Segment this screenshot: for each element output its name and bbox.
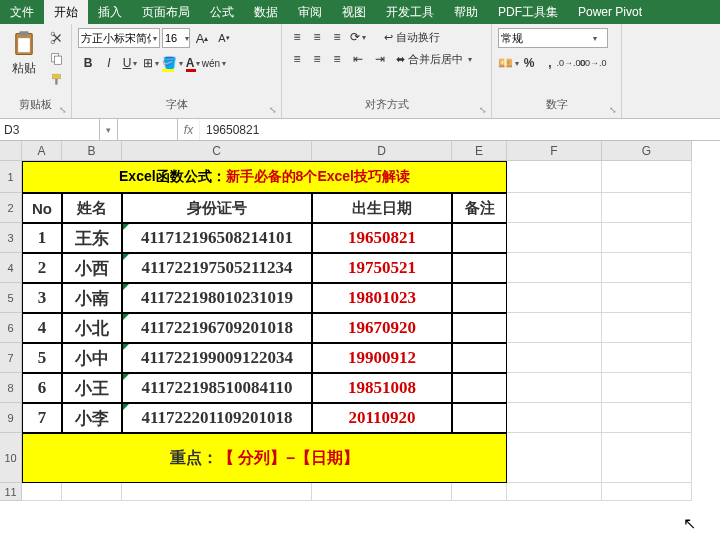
cell-no-2[interactable]: 3	[22, 283, 62, 313]
cell-F5[interactable]	[507, 283, 602, 313]
cell-G5[interactable]	[602, 283, 692, 313]
number-format-select[interactable]: ▾	[498, 28, 608, 48]
menu-tab-2[interactable]: 插入	[88, 0, 132, 24]
menu-tab-0[interactable]: 文件	[0, 0, 44, 24]
col-header-E[interactable]: E	[452, 141, 507, 161]
fx-icon[interactable]: fx	[178, 119, 200, 140]
row-header-9[interactable]: 9	[0, 403, 22, 433]
cell-G10[interactable]	[602, 433, 692, 483]
cell-id-4[interactable]: 411722199009122034	[122, 343, 312, 373]
cell-name-0[interactable]: 王东	[62, 223, 122, 253]
format-painter-button[interactable]	[46, 70, 68, 90]
header-dob[interactable]: 出生日期	[312, 193, 452, 223]
cell-G2[interactable]	[602, 193, 692, 223]
row-header-7[interactable]: 7	[0, 343, 22, 373]
align-center-button[interactable]: ≡	[308, 52, 326, 66]
decrease-indent-button[interactable]: ⇤	[348, 50, 368, 68]
cell-dob-5[interactable]: 19851008	[312, 373, 452, 403]
percent-button[interactable]: %	[519, 54, 539, 72]
cell-F6[interactable]	[507, 313, 602, 343]
cell-G3[interactable]	[602, 223, 692, 253]
cell-note-5[interactable]	[452, 373, 507, 403]
menu-tab-9[interactable]: 帮助	[444, 0, 488, 24]
fill-color-button[interactable]: 🪣▾	[162, 54, 182, 72]
clipboard-launcher[interactable]: ⤡	[57, 104, 69, 116]
font-color-button[interactable]: A▾	[183, 54, 203, 72]
cell-id-2[interactable]: 411722198010231019	[122, 283, 312, 313]
menu-tab-3[interactable]: 页面布局	[132, 0, 200, 24]
cell-dob-0[interactable]: 19650821	[312, 223, 452, 253]
menu-tab-11[interactable]: Power Pivot	[568, 0, 652, 24]
col-header-C[interactable]: C	[122, 141, 312, 161]
cell-no-4[interactable]: 5	[22, 343, 62, 373]
cell-dob-4[interactable]: 19900912	[312, 343, 452, 373]
cell-E11[interactable]	[452, 483, 507, 501]
font-launcher[interactable]: ⤡	[267, 104, 279, 116]
cell-F2[interactable]	[507, 193, 602, 223]
cell-no-0[interactable]: 1	[22, 223, 62, 253]
cell-name-5[interactable]: 小王	[62, 373, 122, 403]
decrease-decimal-button[interactable]: .00→.0	[582, 54, 602, 72]
row-header-1[interactable]: 1	[0, 161, 22, 193]
cell-F7[interactable]	[507, 343, 602, 373]
col-header-F[interactable]: F	[507, 141, 602, 161]
cell-F10[interactable]	[507, 433, 602, 483]
select-all-corner[interactable]	[0, 141, 22, 161]
cell-no-3[interactable]: 4	[22, 313, 62, 343]
header-id[interactable]: 身份证号	[122, 193, 312, 223]
cell-name-2[interactable]: 小南	[62, 283, 122, 313]
name-box[interactable]: D3	[0, 119, 100, 140]
cell-F9[interactable]	[507, 403, 602, 433]
increase-indent-button[interactable]: ⇥	[370, 50, 390, 68]
menu-tab-8[interactable]: 开发工具	[376, 0, 444, 24]
row-header-11[interactable]: 11	[0, 483, 22, 501]
row-header-4[interactable]: 4	[0, 253, 22, 283]
cell-note-3[interactable]	[452, 313, 507, 343]
font-size-input[interactable]	[165, 32, 183, 44]
phonetic-button[interactable]: wén▾	[204, 54, 224, 72]
wrap-text-button[interactable]: ↩自动换行	[380, 28, 444, 46]
col-header-B[interactable]: B	[62, 141, 122, 161]
font-name-input[interactable]	[81, 32, 151, 44]
row-header-6[interactable]: 6	[0, 313, 22, 343]
header-no[interactable]: No	[22, 193, 62, 223]
cell-F1[interactable]	[507, 161, 602, 193]
cell-G11[interactable]	[602, 483, 692, 501]
col-header-A[interactable]: A	[22, 141, 62, 161]
row-header-10[interactable]: 10	[0, 433, 22, 483]
cell-id-6[interactable]: 411722201109201018	[122, 403, 312, 433]
cell-F3[interactable]	[507, 223, 602, 253]
cell-dob-6[interactable]: 20110920	[312, 403, 452, 433]
cell-note-6[interactable]	[452, 403, 507, 433]
cell-F4[interactable]	[507, 253, 602, 283]
cell-F8[interactable]	[507, 373, 602, 403]
font-size-select[interactable]: ▾	[162, 28, 190, 48]
col-header-D[interactable]: D	[312, 141, 452, 161]
align-right-button[interactable]: ≡	[328, 52, 346, 66]
cell-B11[interactable]	[62, 483, 122, 501]
decrease-font-button[interactable]: A▾	[214, 29, 234, 47]
merge-center-button[interactable]: ⬌合并后居中▾	[392, 50, 476, 68]
cell-G4[interactable]	[602, 253, 692, 283]
menu-tab-5[interactable]: 数据	[244, 0, 288, 24]
menu-tab-6[interactable]: 审阅	[288, 0, 332, 24]
cell-id-1[interactable]: 411722197505211234	[122, 253, 312, 283]
cell-G9[interactable]	[602, 403, 692, 433]
align-left-button[interactable]: ≡	[288, 52, 306, 66]
menu-tab-10[interactable]: PDF工具集	[488, 0, 568, 24]
cell-id-5[interactable]: 411722198510084110	[122, 373, 312, 403]
cell-G8[interactable]	[602, 373, 692, 403]
align-bottom-button[interactable]: ≡	[328, 30, 346, 44]
align-top-button[interactable]: ≡	[288, 30, 306, 44]
footer-cell[interactable]: 重点：【 分列】–【日期】	[22, 433, 507, 483]
accounting-format-button[interactable]: 💴▾	[498, 54, 518, 72]
cell-name-4[interactable]: 小中	[62, 343, 122, 373]
align-launcher[interactable]: ⤡	[477, 104, 489, 116]
increase-font-button[interactable]: A▴	[192, 29, 212, 47]
cell-id-0[interactable]: 411712196508214101	[122, 223, 312, 253]
menu-tab-1[interactable]: 开始	[44, 0, 88, 24]
name-box-dropdown[interactable]: ▾	[100, 119, 118, 140]
cell-no-5[interactable]: 6	[22, 373, 62, 403]
bold-button[interactable]: B	[78, 54, 98, 72]
cell-no-1[interactable]: 2	[22, 253, 62, 283]
